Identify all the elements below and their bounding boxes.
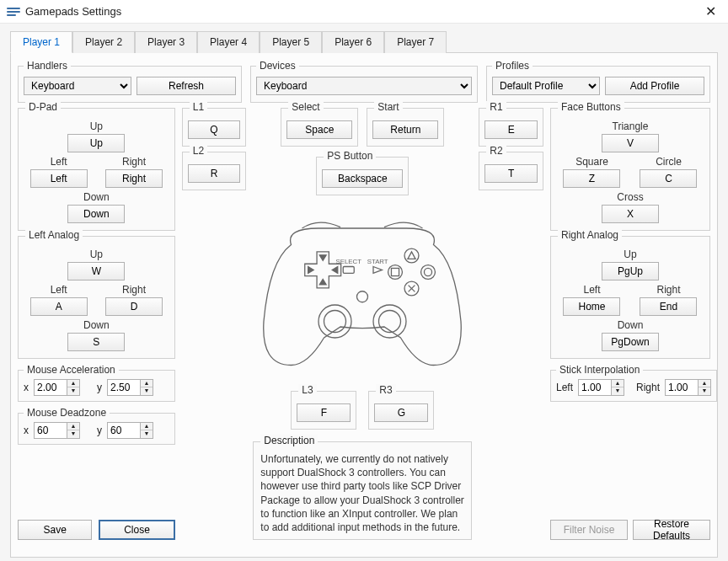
l2-button[interactable]: R — [188, 164, 241, 183]
devices-legend: Devices — [256, 60, 299, 72]
face-square-button[interactable]: Z — [563, 169, 620, 188]
close-button[interactable]: Close — [99, 520, 174, 540]
dpad-up-button[interactable]: Up — [67, 134, 125, 152]
mouse-accel-group: Mouse Acceleration x ▲▼ y ▲▼ — [18, 364, 175, 402]
save-button[interactable]: Save — [18, 520, 92, 540]
filter-noise-button[interactable]: Filter Noise — [550, 520, 628, 540]
add-profile-button[interactable]: Add Profile — [605, 77, 704, 95]
tab-player-7[interactable]: Player 7 — [384, 31, 447, 53]
lanalog-left-label: Left — [51, 284, 67, 296]
l1-group: L1 Q — [182, 108, 247, 147]
l1-button[interactable]: Q — [188, 120, 241, 139]
ranalog-right-button[interactable]: End — [640, 297, 697, 316]
face-legend: Face Buttons — [558, 101, 624, 113]
lanalog-right-button[interactable]: D — [105, 297, 163, 316]
mdead-y-spinner[interactable]: ▲▼ — [107, 422, 153, 439]
l3-group: L3 F — [291, 391, 356, 430]
handlers-select[interactable]: Keyboard — [24, 77, 131, 95]
devices-group: Devices Keyboard — [250, 60, 478, 103]
select-group: Select Space — [281, 108, 358, 147]
r1-group: R1 E — [479, 108, 543, 147]
svg-rect-6 — [344, 267, 355, 274]
interp-right-spinner[interactable]: ▲▼ — [665, 379, 711, 396]
refresh-button[interactable]: Refresh — [136, 77, 236, 95]
handlers-legend: Handlers — [24, 60, 71, 72]
mouse-deadzone-legend: Mouse Deadzone — [24, 407, 110, 419]
mouse-deadzone-group: Mouse Deadzone x ▲▼ y ▲▼ — [18, 407, 175, 445]
tab-player-4[interactable]: Player 4 — [197, 31, 260, 53]
profiles-select[interactable]: Default Profile — [492, 77, 600, 95]
l3-legend: L3 — [298, 384, 316, 396]
face-triangle-button[interactable]: V — [602, 134, 659, 152]
lanalog-down-button[interactable]: S — [67, 333, 125, 351]
tab-player-3[interactable]: Player 3 — [135, 31, 197, 53]
start-group: Start Return — [367, 108, 444, 147]
face-cross-button[interactable]: X — [602, 205, 659, 223]
mdead-y-label: y — [97, 425, 102, 436]
svg-point-4 — [425, 268, 432, 275]
mouse-accel-legend: Mouse Acceleration — [24, 364, 119, 376]
dpad-right-label: Right — [122, 156, 146, 168]
maccel-y-spinner[interactable]: ▲▼ — [107, 379, 153, 396]
profiles-group: Profiles Default Profile Add Profile — [486, 60, 710, 103]
ps-button[interactable]: Backspace — [322, 169, 403, 188]
tab-player-5[interactable]: Player 5 — [260, 31, 322, 53]
l3-button[interactable]: F — [297, 403, 351, 422]
controller-diagram: SELECT START — [253, 206, 472, 382]
dpad-legend: D-Pad — [25, 101, 61, 113]
svg-point-1 — [388, 265, 403, 280]
r2-legend: R2 — [486, 145, 506, 157]
lanalog-left-button[interactable]: A — [30, 297, 88, 316]
r2-button[interactable]: T — [484, 164, 538, 183]
face-square-label: Square — [575, 156, 608, 168]
tab-player-2[interactable]: Player 2 — [72, 31, 135, 53]
maccel-y-label: y — [97, 382, 102, 393]
r3-group: R3 G — [368, 391, 434, 430]
mdead-x-spinner[interactable]: ▲▼ — [34, 422, 80, 439]
ranalog-down-button[interactable]: PgDown — [602, 333, 659, 351]
ps-button-group: PS Button Backspace — [316, 157, 409, 195]
face-cross-label: Cross — [617, 191, 643, 203]
l1-legend: L1 — [190, 101, 207, 113]
svg-point-13 — [379, 311, 401, 333]
tab-player-6[interactable]: Player 6 — [322, 31, 384, 53]
maccel-x-label: x — [24, 382, 29, 393]
start-button[interactable]: Return — [372, 120, 438, 139]
dpad-right-button[interactable]: Right — [105, 169, 163, 188]
devices-select[interactable]: Keyboard — [256, 77, 472, 95]
r1-button[interactable]: E — [484, 120, 538, 139]
start-legend: Start — [374, 101, 402, 113]
ps-legend: PS Button — [324, 150, 376, 162]
mdead-x-label: x — [24, 425, 29, 436]
interp-left-label: Left — [556, 382, 573, 393]
face-circle-button[interactable]: C — [640, 169, 697, 188]
dpad-left-button[interactable]: Left — [30, 169, 88, 188]
interp-left-spinner[interactable]: ▲▼ — [578, 379, 624, 396]
dpad-down-button[interactable]: Down — [67, 205, 125, 223]
interp-right-label: Right — [636, 382, 660, 393]
tab-player-1[interactable]: Player 1 — [10, 31, 72, 53]
description-text: Unfortunately, we currently do not nativ… — [260, 452, 464, 534]
l2-group: L2 R — [182, 152, 247, 190]
l2-legend: L2 — [190, 145, 207, 157]
left-analog-legend: Left Analog — [25, 229, 83, 241]
maccel-x-spinner[interactable]: ▲▼ — [34, 379, 80, 396]
player-tabs: Player 1 Player 2 Player 3 Player 4 Play… — [0, 24, 728, 52]
r2-group: R2 T — [479, 152, 543, 190]
select-button[interactable]: Space — [286, 120, 352, 139]
dpad-left-label: Left — [51, 156, 67, 168]
lanalog-up-button[interactable]: W — [67, 262, 125, 280]
restore-defaults-button[interactable]: Restore Defaults — [633, 520, 710, 540]
right-analog-legend: Right Analog — [558, 229, 622, 241]
description-legend: Description — [260, 435, 318, 446]
ranalog-left-button[interactable]: Home — [563, 297, 620, 316]
window-title: Gamepads Settings — [25, 5, 121, 18]
svg-text:SELECT: SELECT — [336, 258, 362, 265]
ranalog-up-button[interactable]: PgUp — [602, 262, 659, 280]
dpad-group: D-Pad UpUp LeftLeft RightRight DownDown — [18, 108, 175, 231]
svg-point-9 — [357, 291, 368, 302]
lanalog-down-label: Down — [83, 319, 110, 331]
window-close-button[interactable]: ✕ — [700, 3, 721, 19]
r3-button[interactable]: G — [374, 403, 428, 422]
left-analog-group: Left Analog UpW LeftA RightD DownS — [18, 236, 175, 359]
